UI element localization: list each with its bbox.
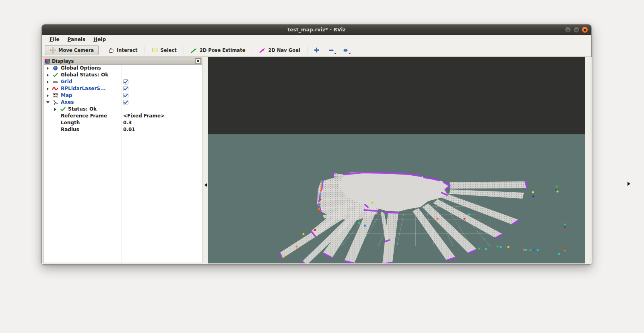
- rplidar-checkbox[interactable]: [123, 86, 128, 91]
- property-row-radius[interactable]: Radius 0.01: [44, 126, 202, 133]
- tree-row-map[interactable]: Map: [44, 92, 202, 99]
- tree-row-rplidar-laserscan[interactable]: RPLidarLaserS...: [44, 85, 202, 92]
- displays-panel-icon: [45, 59, 50, 64]
- window-title: test_map.rviz* - RViz: [287, 27, 346, 33]
- toolbar-separator: [101, 46, 101, 54]
- nav-goal-label: 2D Nav Goal: [268, 47, 300, 53]
- displays-tree: Global Options Global Status: Ok Grid: [44, 65, 202, 263]
- menu-help[interactable]: Help: [90, 36, 109, 43]
- displays-panel-title: Displays: [52, 58, 195, 64]
- tree-row-global-status[interactable]: Global Status: Ok: [44, 72, 202, 78]
- tool-properties-icon: [343, 48, 348, 53]
- pose-estimate-button[interactable]: 2D Pose Estimate: [186, 45, 250, 55]
- tree-label: RPLidarLaserS...: [61, 85, 106, 92]
- tool-properties-button[interactable]: [341, 45, 351, 55]
- maximize-button[interactable]: [573, 27, 580, 33]
- plus-icon: [314, 47, 319, 53]
- laserscan-icon: [52, 86, 58, 91]
- right-panel-splitter[interactable]: [585, 57, 590, 263]
- interact-label: Interact: [117, 47, 138, 53]
- interact-button[interactable]: Interact: [103, 45, 142, 55]
- select-button[interactable]: Select: [147, 45, 182, 55]
- expander-icon[interactable]: [47, 87, 49, 90]
- tree-label: Global Options: [61, 65, 101, 72]
- status-ok-check-icon: [60, 107, 66, 112]
- remove-tool-button[interactable]: [326, 45, 336, 55]
- titlebar[interactable]: test_map.rviz* - RViz: [42, 25, 591, 35]
- map-display-icon: [52, 93, 58, 98]
- tree-row-global-options[interactable]: Global Options: [44, 65, 202, 72]
- minimize-icon: [567, 30, 569, 31]
- menu-file[interactable]: File: [46, 36, 63, 43]
- expander-icon[interactable]: [47, 74, 49, 77]
- move-camera-label: Move Camera: [58, 47, 94, 53]
- expander-icon[interactable]: [54, 108, 56, 111]
- tree-label: Status: Ok: [68, 106, 97, 113]
- rviz-window: test_map.rviz* - RViz File Panels Help M…: [41, 24, 592, 265]
- panel-float-button[interactable]: [195, 58, 201, 64]
- property-label: Reference Frame: [61, 113, 107, 119]
- toolbar-separator: [252, 46, 252, 54]
- minus-icon: [329, 48, 334, 53]
- toolbar-separator: [144, 46, 145, 54]
- tree-row-axes-status[interactable]: Status: Ok: [44, 106, 202, 113]
- tree-row-axes[interactable]: Axes: [44, 99, 202, 106]
- main-content: Displays Global Options Global Status: O…: [42, 57, 592, 263]
- property-label: Length: [61, 119, 80, 126]
- float-icon: [197, 60, 199, 62]
- tree-label: Grid: [61, 78, 72, 85]
- toolbar-separator: [184, 46, 184, 54]
- tree-label: Axes: [61, 99, 74, 106]
- select-label: Select: [161, 47, 177, 53]
- move-camera-button[interactable]: Move Camera: [45, 45, 99, 55]
- nav-goal-button[interactable]: 2D Nav Goal: [254, 45, 305, 55]
- axes-display-icon: [52, 100, 58, 105]
- property-row-length[interactable]: Length 0.3: [44, 119, 202, 126]
- pose-estimate-label: 2D Pose Estimate: [200, 47, 246, 53]
- tree-label: Map: [61, 92, 72, 99]
- minimize-button[interactable]: [565, 27, 571, 33]
- move-camera-icon: [50, 47, 56, 53]
- toolbar-separator: [307, 46, 308, 54]
- expander-icon[interactable]: [46, 101, 50, 103]
- nav-goal-arrow-icon: [259, 47, 266, 53]
- pose-estimate-arrow-icon: [191, 47, 197, 53]
- collapse-right-arrow-icon[interactable]: [627, 182, 630, 186]
- expander-icon[interactable]: [47, 80, 49, 84]
- toolbar: Move Camera Interact Select 2D Pose Esti…: [42, 44, 591, 57]
- globe-icon: [52, 66, 58, 71]
- render-viewport[interactable]: [208, 57, 585, 263]
- tree-label: Global Status: Ok: [61, 72, 108, 78]
- expander-icon[interactable]: [47, 67, 49, 70]
- dropdown-caret-icon: [349, 53, 351, 54]
- property-value[interactable]: <Fixed Frame>: [123, 113, 165, 119]
- axes-checkbox[interactable]: [123, 100, 128, 105]
- maximize-icon: [576, 29, 578, 31]
- collapse-left-arrow-icon[interactable]: [204, 183, 207, 187]
- expander-icon[interactable]: [47, 94, 49, 97]
- lidar-map-scan: [208, 57, 585, 263]
- dropdown-caret-icon: [334, 53, 336, 54]
- map-checkbox[interactable]: [123, 93, 128, 98]
- add-tool-button[interactable]: [312, 45, 322, 55]
- select-box-icon: [152, 47, 158, 53]
- status-ok-check-icon: [52, 72, 58, 78]
- displays-panel-header[interactable]: Displays: [44, 58, 202, 65]
- grid-checkbox[interactable]: [123, 79, 128, 84]
- property-label: Radius: [61, 126, 79, 133]
- close-icon: [584, 29, 586, 31]
- hand-icon: [108, 47, 114, 53]
- tree-row-grid[interactable]: Grid: [44, 78, 202, 85]
- menubar: File Panels Help: [42, 35, 591, 44]
- property-row-reference-frame[interactable]: Reference Frame <Fixed Frame>: [44, 113, 202, 119]
- close-button[interactable]: [582, 27, 588, 33]
- property-value[interactable]: 0.01: [123, 126, 135, 133]
- panel-splitter[interactable]: [202, 57, 208, 263]
- displays-panel: Displays Global Options Global Status: O…: [43, 57, 202, 263]
- menu-panels[interactable]: Panels: [64, 36, 89, 43]
- property-value[interactable]: 0.3: [123, 119, 132, 126]
- grid-display-icon: [52, 79, 58, 84]
